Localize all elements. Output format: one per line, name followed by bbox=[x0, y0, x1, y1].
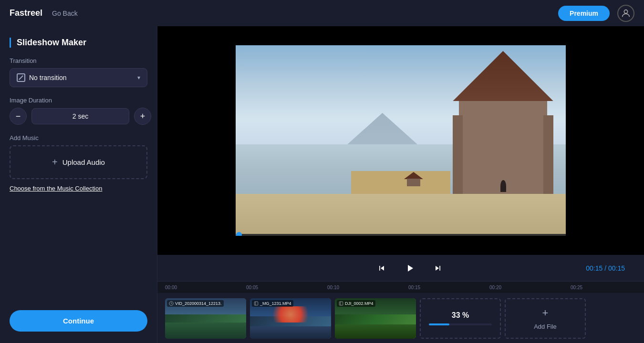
ruler-mark-3: 00:15 bbox=[408, 285, 420, 290]
temple-roof bbox=[453, 51, 553, 101]
timeline-clip-3[interactable]: DJI_0002.MP4 bbox=[335, 298, 416, 339]
add-file-clip[interactable]: + Add File bbox=[505, 298, 586, 339]
control-buttons bbox=[374, 259, 446, 277]
ruler-mark-4: 00:20 bbox=[489, 285, 501, 290]
continue-button[interactable]: Continue bbox=[10, 310, 147, 332]
add-music-section: Add Music + Upload Audio Choose from the… bbox=[10, 134, 147, 192]
video-area: 00:15 / 00:15 00:00 00:05 00:10 00:15 00… bbox=[157, 26, 644, 343]
header: Fastreel Go Back Premium bbox=[0, 0, 644, 26]
current-time: 00:15 bbox=[586, 264, 602, 272]
skip-back-button[interactable] bbox=[374, 261, 389, 276]
add-file-label: Add File bbox=[534, 323, 557, 330]
ruler-mark-5: 00:25 bbox=[571, 285, 582, 290]
duration-input[interactable] bbox=[31, 108, 129, 124]
add-music-label: Add Music bbox=[10, 134, 147, 141]
music-collection-link[interactable]: Choose from the Music Collection bbox=[10, 185, 102, 192]
header-right: Premium bbox=[558, 5, 634, 22]
ruler-mark-0: 00:00 bbox=[165, 285, 177, 290]
image-duration-section: Image Duration − + bbox=[10, 97, 147, 125]
upload-progress-bar bbox=[429, 323, 492, 325]
progress-handle[interactable] bbox=[236, 232, 242, 236]
logo: Fastreel bbox=[10, 8, 42, 18]
video-controls: 00:15 / 00:15 bbox=[157, 255, 644, 281]
transition-select-left: No transition bbox=[17, 73, 67, 82]
ruler-mark-1: 00:05 bbox=[246, 285, 258, 290]
time-display: 00:15 / 00:15 bbox=[586, 264, 625, 272]
upload-bar-fill bbox=[429, 323, 450, 325]
transition-label: Transition bbox=[10, 57, 147, 64]
sidebar: Slideshow Maker Transition No transition… bbox=[0, 26, 157, 343]
time-separator: / bbox=[602, 264, 608, 272]
premium-button[interactable]: Premium bbox=[558, 6, 610, 21]
chevron-down-icon: ▾ bbox=[137, 74, 140, 81]
upload-audio-label: Upload Audio bbox=[62, 158, 105, 166]
upload-percent: 33 % bbox=[452, 311, 469, 320]
video-frame bbox=[236, 45, 566, 236]
small-gazebo bbox=[404, 172, 423, 186]
clip2-label: _MG_1231.MP4 bbox=[252, 300, 293, 307]
scene-ground bbox=[236, 194, 566, 236]
transition-value: No transition bbox=[29, 74, 67, 81]
avatar[interactable] bbox=[617, 5, 634, 22]
video-progress-bar[interactable] bbox=[236, 234, 566, 236]
svg-rect-3 bbox=[339, 302, 343, 305]
no-transition-icon bbox=[17, 73, 25, 82]
duration-increase-button[interactable]: + bbox=[134, 108, 151, 125]
video-canvas bbox=[157, 26, 644, 255]
add-file-icon: + bbox=[542, 307, 549, 319]
ruler-mark-2: 00:10 bbox=[327, 285, 339, 290]
main: Slideshow Maker Transition No transition… bbox=[0, 26, 644, 343]
image-duration-label: Image Duration bbox=[10, 97, 147, 104]
skip-forward-button[interactable] bbox=[430, 261, 446, 276]
header-left: Fastreel Go Back bbox=[10, 8, 78, 18]
upload-plus-icon: + bbox=[52, 157, 58, 168]
temple-pillar-right bbox=[543, 115, 553, 194]
image-duration-row: − + bbox=[10, 108, 147, 125]
svg-point-0 bbox=[624, 10, 627, 13]
clip1-label: VID_202000314_12213. bbox=[167, 300, 224, 307]
clip3-label: DJI_0002.MP4 bbox=[337, 300, 375, 307]
timeline-tracks: VID_202000314_12213. _MG_1231.MP4 bbox=[157, 293, 644, 343]
transition-section: Transition No transition ▾ bbox=[10, 57, 147, 87]
duration-decrease-button[interactable]: − bbox=[10, 108, 27, 125]
timeline-ruler: 00:00 00:05 00:10 00:15 00:20 00:25 00:3… bbox=[157, 282, 644, 293]
svg-rect-2 bbox=[254, 302, 258, 305]
timeline: 00:00 00:05 00:10 00:15 00:20 00:25 00:3… bbox=[157, 281, 644, 343]
sidebar-title: Slideshow Maker bbox=[10, 38, 147, 48]
go-back-link[interactable]: Go Back bbox=[52, 10, 78, 17]
timeline-clip-1[interactable]: VID_202000314_12213. bbox=[165, 298, 246, 339]
temple-pillar-left bbox=[453, 115, 463, 194]
timeline-clip-uploading: 33 % bbox=[420, 298, 501, 339]
transition-select[interactable]: No transition ▾ bbox=[10, 68, 147, 87]
scene-person bbox=[500, 180, 506, 192]
play-button[interactable] bbox=[401, 259, 419, 277]
timeline-clip-2[interactable]: _MG_1231.MP4 bbox=[250, 298, 331, 339]
total-time: 00:15 bbox=[608, 264, 625, 272]
clip1-ground bbox=[165, 323, 246, 339]
scene-pier bbox=[351, 171, 450, 194]
upload-audio-button[interactable]: + Upload Audio bbox=[10, 145, 147, 179]
scene-temple-right bbox=[440, 51, 566, 194]
